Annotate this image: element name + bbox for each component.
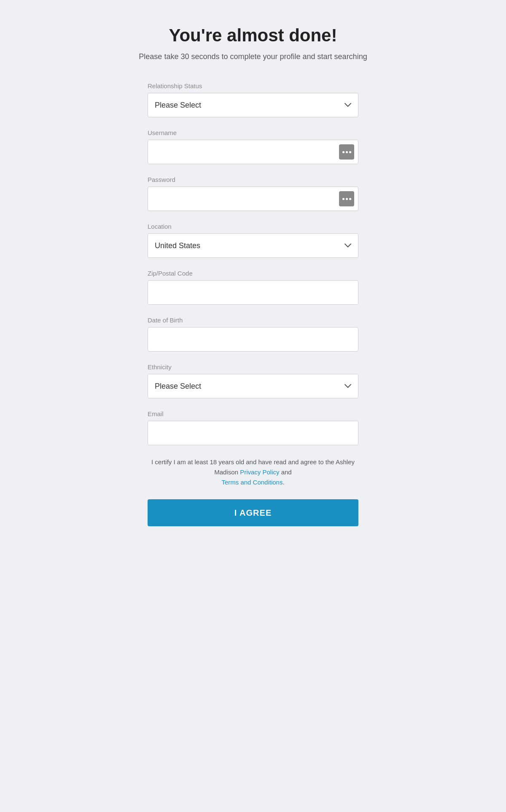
zip-code-input[interactable] [148,280,358,305]
dot-3 [349,151,351,153]
zip-code-group: Zip/Postal Code [148,270,358,305]
dot-6 [349,198,351,200]
password-input-wrapper [148,187,358,211]
email-group: Email [148,410,358,445]
privacy-policy-link[interactable]: Privacy Policy [240,468,279,476]
relationship-status-group: Relationship Status Please Select Single… [148,82,358,117]
ethnicity-label: Ethnicity [148,363,358,371]
location-select[interactable]: Please Select United States Canada Unite… [148,233,358,258]
username-label: Username [148,129,358,136]
username-input[interactable] [148,140,358,164]
zip-code-label: Zip/Postal Code [148,270,358,277]
dots-container-2 [342,198,351,200]
password-label: Password [148,176,358,183]
dot-4 [342,198,345,200]
cert-text-between: and [281,468,292,476]
dots-container [342,151,351,153]
dot-1 [342,151,345,153]
dob-input[interactable] [148,327,358,352]
relationship-status-select[interactable]: Please Select Single Married Divorced Se… [148,93,358,117]
email-label: Email [148,410,358,417]
password-dots-icon[interactable] [339,191,354,206]
page-title: You're almost done! [80,25,426,46]
page-container: You're almost done! Please take 30 secon… [72,0,434,812]
agree-button[interactable]: I AGREE [148,499,358,526]
username-group: Username [148,129,358,164]
dob-label: Date of Birth [148,317,358,324]
cert-text-after: . [283,479,284,486]
ethnicity-select[interactable]: Please Select Asian Black/African Americ… [148,374,358,398]
dob-group: Date of Birth [148,317,358,352]
ethnicity-group: Ethnicity Please Select Asian Black/Afri… [148,363,358,398]
form-container: Relationship Status Please Select Single… [148,82,358,526]
username-dots-icon[interactable] [339,144,354,160]
email-input[interactable] [148,421,358,445]
username-input-wrapper [148,140,358,164]
relationship-status-label: Relationship Status [148,82,358,89]
password-input[interactable] [148,187,358,211]
location-label: Location [148,223,358,230]
certification-text: I certify I am at least 18 years old and… [148,457,358,487]
dot-5 [346,198,348,200]
password-group: Password [148,176,358,211]
dot-2 [346,151,348,153]
page-subtitle: Please take 30 seconds to complete your … [80,52,426,61]
location-group: Location Please Select United States Can… [148,223,358,258]
terms-conditions-link[interactable]: Terms and Conditions [221,479,283,486]
